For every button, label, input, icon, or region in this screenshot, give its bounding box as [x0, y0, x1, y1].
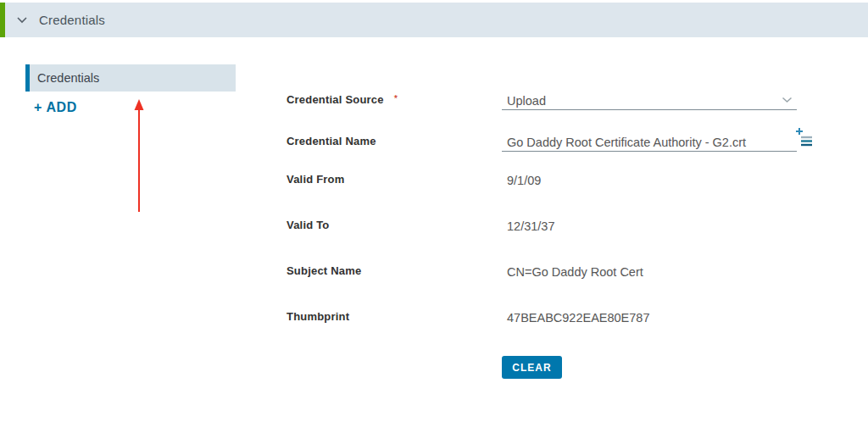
sidebar-item-credentials[interactable]: Credentials [25, 64, 236, 92]
subject-name-value: CN=Go Daddy Root Cert [502, 258, 797, 280]
file-picker-icon[interactable] [795, 127, 814, 147]
section-accent-bar [0, 3, 5, 37]
form-row-credential-name: Credential Name [287, 129, 829, 152]
credential-name-input[interactable] [502, 129, 797, 152]
field-label-subject-name: Subject Name [287, 258, 502, 280]
field-label-valid-to: Valid To [287, 213, 502, 235]
valid-from-value: 9/1/09 [502, 167, 797, 189]
field-label-credential-source: Credential Source* [287, 87, 502, 110]
section-title: Credentials [39, 13, 105, 27]
credential-source-select[interactable]: Upload [502, 87, 797, 110]
credentials-section-header[interactable]: Credentials [0, 3, 868, 37]
form-row-valid-to: Valid To 12/31/37 [287, 213, 829, 235]
form-row-credential-source: Credential Source* Upload [287, 87, 829, 110]
add-credential-button[interactable]: + ADD [34, 100, 77, 115]
clear-button[interactable]: CLEAR [502, 356, 562, 379]
form-row-subject-name: Subject Name CN=Go Daddy Root Cert [287, 258, 829, 280]
required-asterisk: * [394, 93, 398, 103]
thumbprint-value: 47BEABC922EAE80E787 [502, 304, 797, 326]
chevron-down-icon [782, 97, 793, 103]
field-label-thumbprint: Thumbprint [287, 304, 502, 326]
field-label-credential-name: Credential Name [287, 129, 502, 152]
form-row-thumbprint: Thumbprint 47BEABC922EAE80E787 [287, 304, 829, 326]
credential-source-value: Upload [507, 94, 546, 108]
valid-to-value: 12/31/37 [502, 213, 797, 235]
field-label-valid-from: Valid From [287, 167, 502, 189]
field-label-text: Credential Source [287, 93, 384, 106]
annotation-arrow [132, 97, 146, 215]
sidebar-item-label: Credentials [30, 71, 99, 85]
form-row-valid-from: Valid From 9/1/09 [287, 167, 829, 189]
chevron-down-icon[interactable] [16, 16, 28, 24]
